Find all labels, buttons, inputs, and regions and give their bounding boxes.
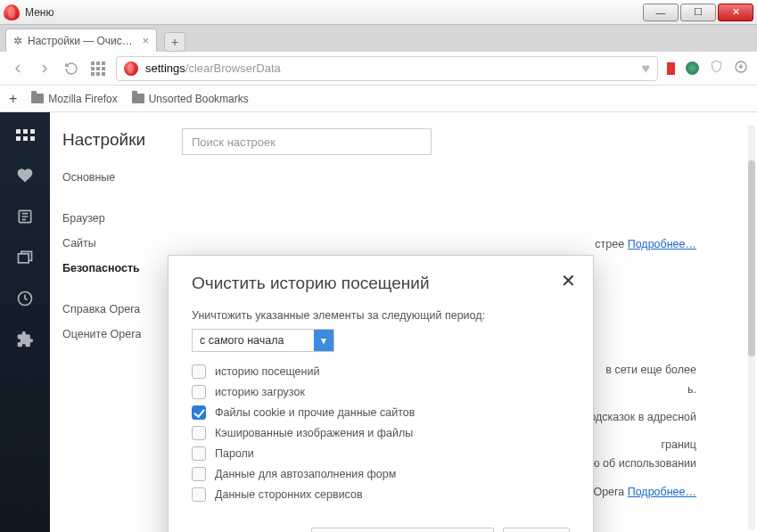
folder-icon [132,94,144,103]
bookmark-folder-firefox[interactable]: Mozilla Firefox [31,93,117,105]
checkbox-label: Файлы cookie и прочие данные сайтов [215,406,415,419]
checkbox-2[interactable] [192,405,206,420]
dialog-title: Очистить историю посещений [192,274,570,293]
tab-settings[interactable]: ✲ Настройки — Очистить и… × [5,29,157,52]
close-window-button[interactable]: ✕ [718,4,753,21]
minimize-button[interactable]: — [643,4,679,21]
clear-data-dialog: ✕ Очистить историю посещений Уничтожить … [168,255,594,532]
navigation-bar: settings/clearBrowserData ♥ [0,52,757,86]
checkbox-label: Данные для автозаполнения форм [215,468,396,480]
checkbox-6[interactable] [192,487,206,502]
bookmarks-bar: + Mozilla Firefox Unsorted Bookmarks [0,86,757,112]
reload-button[interactable] [62,60,80,78]
time-range-select[interactable]: с самого начала ▼ [192,329,334,352]
main-area: Настройки Основные Браузер Сайты Безопас… [0,112,757,532]
checkbox-0[interactable] [192,364,206,379]
check-row: Пароли [192,446,570,461]
check-row: Кэшированные изображения и файлы [192,426,570,440]
checkbox-label: историю посещений [215,365,319,378]
modal-overlay: ✕ Очистить историю посещений Уничтожить … [0,112,757,532]
folder-icon [31,94,44,103]
maximize-button[interactable]: ☐ [680,4,716,21]
dialog-close-button[interactable]: ✕ [557,270,579,291]
check-row: Данные сторонних сервисов [192,487,570,502]
adblock-icon[interactable] [667,62,675,75]
tab-strip: ✲ Настройки — Очистить и… × + [0,25,757,52]
check-row: историю посещений [192,364,570,379]
vpn-globe-icon[interactable] [686,61,699,75]
checkbox-label: историю загрузок [215,386,305,398]
checkbox-label: Пароли [215,447,254,460]
check-row: историю загрузок [192,385,570,399]
check-row: Данные для автозаполнения форм [192,467,570,481]
checkbox-1[interactable] [192,385,206,399]
address-bar[interactable]: settings/clearBrowserData ♥ [116,56,658,81]
add-bookmark-button[interactable]: + [9,91,17,107]
back-button[interactable] [9,60,27,78]
speed-dial-button[interactable] [89,60,107,78]
opera-logo-icon [4,4,20,20]
bookmark-folder-unsorted[interactable]: Unsorted Bookmarks [132,93,249,105]
checkbox-5[interactable] [192,467,206,481]
gear-icon: ✲ [13,35,22,47]
close-tab-icon[interactable]: × [142,34,149,47]
menu-button[interactable]: Меню [25,6,53,19]
cancel-button[interactable]: Отмена [503,528,570,532]
forward-button[interactable] [36,60,53,78]
chevron-down-icon: ▼ [314,330,333,351]
clear-history-button[interactable]: Очистить историю посещений [311,528,494,532]
url-text: settings/clearBrowserData [145,61,281,75]
check-row: Файлы cookie и прочие данные сайтов [192,405,570,420]
checkbox-4[interactable] [192,446,206,461]
checkbox-label: Данные сторонних сервисов [215,488,363,501]
bookmark-heart-icon[interactable]: ♥ [642,61,651,77]
checkbox-label: Кэшированные изображения и файлы [215,427,413,439]
dialog-subtitle: Уничтожить указанные элементы за следующ… [192,309,570,322]
shield-icon[interactable] [710,59,723,78]
download-icon[interactable] [734,60,748,78]
window-titlebar: Меню — ☐ ✕ [0,0,757,25]
new-tab-button[interactable]: + [164,32,185,52]
url-opera-icon [124,61,138,76]
checkbox-3[interactable] [192,426,206,440]
tab-title: Настройки — Очистить и… [28,35,136,47]
